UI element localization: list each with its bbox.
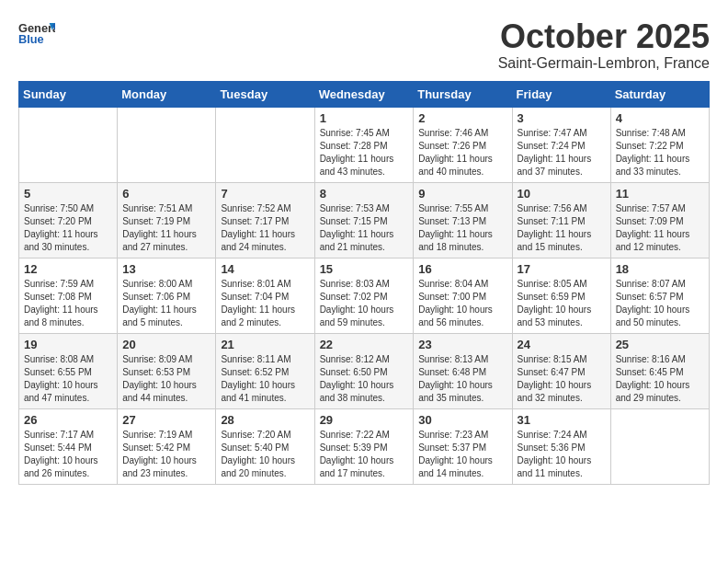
- day-info: Sunrise: 8:04 AM Sunset: 7:00 PM Dayligh…: [418, 278, 506, 329]
- day-number: 1: [320, 111, 409, 125]
- calendar-cell: 5Sunrise: 7:50 AM Sunset: 7:20 PM Daylig…: [19, 182, 118, 258]
- day-info: Sunrise: 8:05 AM Sunset: 6:59 PM Dayligh…: [518, 278, 606, 329]
- day-info: Sunrise: 7:23 AM Sunset: 5:37 PM Dayligh…: [418, 429, 506, 480]
- calendar-cell: 22Sunrise: 8:12 AM Sunset: 6:50 PM Dayli…: [314, 333, 414, 408]
- calendar-cell: 15Sunrise: 8:03 AM Sunset: 7:02 PM Dayli…: [314, 258, 414, 333]
- day-number: 21: [221, 338, 309, 351]
- day-info: Sunrise: 7:22 AM Sunset: 5:39 PM Dayligh…: [320, 429, 409, 480]
- svg-text:Blue: Blue: [18, 32, 44, 46]
- day-number: 2: [418, 111, 506, 125]
- day-info: Sunrise: 7:45 AM Sunset: 7:28 PM Dayligh…: [320, 127, 409, 178]
- calendar-cell: 7Sunrise: 7:52 AM Sunset: 7:17 PM Daylig…: [216, 182, 314, 258]
- day-number: 31: [518, 413, 606, 427]
- day-number: 6: [122, 187, 210, 201]
- calendar-cell: 30Sunrise: 7:23 AM Sunset: 5:37 PM Dayli…: [414, 408, 512, 484]
- day-number: 24: [518, 338, 606, 351]
- calendar-week-row: 26Sunrise: 7:17 AM Sunset: 5:44 PM Dayli…: [19, 408, 710, 484]
- calendar-cell: 27Sunrise: 7:19 AM Sunset: 5:42 PM Dayli…: [118, 408, 216, 484]
- day-info: Sunrise: 7:48 AM Sunset: 7:22 PM Dayligh…: [616, 127, 704, 178]
- calendar-cell: 23Sunrise: 8:13 AM Sunset: 6:48 PM Dayli…: [414, 333, 512, 408]
- calendar-cell: 3Sunrise: 7:47 AM Sunset: 7:24 PM Daylig…: [512, 107, 610, 182]
- day-info: Sunrise: 8:07 AM Sunset: 6:57 PM Dayligh…: [616, 278, 704, 329]
- day-number: 19: [24, 338, 112, 351]
- day-info: Sunrise: 7:19 AM Sunset: 5:42 PM Dayligh…: [122, 429, 210, 480]
- calendar-cell: 20Sunrise: 8:09 AM Sunset: 6:53 PM Dayli…: [118, 333, 216, 408]
- weekday-header-row: SundayMondayTuesdayWednesdayThursdayFrid…: [19, 81, 710, 107]
- day-info: Sunrise: 7:20 AM Sunset: 5:40 PM Dayligh…: [221, 429, 309, 480]
- day-info: Sunrise: 8:09 AM Sunset: 6:53 PM Dayligh…: [122, 353, 210, 405]
- day-info: Sunrise: 7:59 AM Sunset: 7:08 PM Dayligh…: [24, 278, 112, 329]
- day-number: 10: [518, 187, 606, 201]
- calendar-cell: 6Sunrise: 7:51 AM Sunset: 7:19 PM Daylig…: [118, 182, 216, 258]
- day-info: Sunrise: 8:16 AM Sunset: 6:45 PM Dayligh…: [616, 353, 704, 405]
- calendar-cell: 4Sunrise: 7:48 AM Sunset: 7:22 PM Daylig…: [610, 107, 709, 182]
- calendar-week-row: 5Sunrise: 7:50 AM Sunset: 7:20 PM Daylig…: [19, 182, 710, 258]
- day-number: 7: [221, 187, 309, 201]
- calendar-cell: 1Sunrise: 7:45 AM Sunset: 7:28 PM Daylig…: [314, 107, 414, 182]
- calendar-cell: 10Sunrise: 7:56 AM Sunset: 7:11 PM Dayli…: [512, 182, 610, 258]
- day-info: Sunrise: 7:52 AM Sunset: 7:17 PM Dayligh…: [221, 202, 309, 254]
- day-info: Sunrise: 8:15 AM Sunset: 6:47 PM Dayligh…: [518, 353, 606, 405]
- weekday-header-monday: Monday: [118, 81, 216, 107]
- day-number: 4: [616, 111, 704, 125]
- day-info: Sunrise: 7:57 AM Sunset: 7:09 PM Dayligh…: [616, 202, 704, 254]
- weekday-header-thursday: Thursday: [414, 81, 512, 107]
- calendar-cell: 2Sunrise: 7:46 AM Sunset: 7:26 PM Daylig…: [414, 107, 512, 182]
- calendar-cell: [118, 107, 216, 182]
- calendar-cell: 21Sunrise: 8:11 AM Sunset: 6:52 PM Dayli…: [216, 333, 314, 408]
- weekday-header-saturday: Saturday: [610, 81, 709, 107]
- calendar-cell: 9Sunrise: 7:55 AM Sunset: 7:13 PM Daylig…: [414, 182, 512, 258]
- calendar-table: SundayMondayTuesdayWednesdayThursdayFrid…: [18, 81, 710, 485]
- day-number: 20: [122, 338, 210, 351]
- day-number: 26: [24, 413, 112, 427]
- calendar-cell: 18Sunrise: 8:07 AM Sunset: 6:57 PM Dayli…: [610, 258, 709, 333]
- day-number: 29: [320, 413, 409, 427]
- day-number: 22: [320, 338, 409, 351]
- location-title: Saint-Germain-Lembron, France: [498, 55, 710, 72]
- day-info: Sunrise: 7:17 AM Sunset: 5:44 PM Dayligh…: [24, 429, 112, 480]
- calendar-cell: 31Sunrise: 7:24 AM Sunset: 5:36 PM Dayli…: [512, 408, 610, 484]
- calendar-cell: [610, 408, 709, 484]
- day-number: 11: [616, 187, 704, 201]
- calendar-cell: 28Sunrise: 7:20 AM Sunset: 5:40 PM Dayli…: [216, 408, 314, 484]
- day-number: 30: [418, 413, 506, 427]
- day-info: Sunrise: 8:03 AM Sunset: 7:02 PM Dayligh…: [320, 278, 409, 329]
- day-info: Sunrise: 8:08 AM Sunset: 6:55 PM Dayligh…: [24, 353, 112, 405]
- day-number: 25: [616, 338, 704, 351]
- day-number: 12: [24, 262, 112, 276]
- calendar-cell: 24Sunrise: 8:15 AM Sunset: 6:47 PM Dayli…: [512, 333, 610, 408]
- day-number: 27: [122, 413, 210, 427]
- weekday-header-friday: Friday: [512, 81, 610, 107]
- calendar-week-row: 12Sunrise: 7:59 AM Sunset: 7:08 PM Dayli…: [19, 258, 710, 333]
- day-number: 18: [616, 262, 704, 276]
- day-info: Sunrise: 8:01 AM Sunset: 7:04 PM Dayligh…: [221, 278, 309, 329]
- calendar-cell: 13Sunrise: 8:00 AM Sunset: 7:06 PM Dayli…: [118, 258, 216, 333]
- calendar-cell: 26Sunrise: 7:17 AM Sunset: 5:44 PM Dayli…: [19, 408, 118, 484]
- calendar-cell: 14Sunrise: 8:01 AM Sunset: 7:04 PM Dayli…: [216, 258, 314, 333]
- weekday-header-tuesday: Tuesday: [216, 81, 314, 107]
- calendar-week-row: 1Sunrise: 7:45 AM Sunset: 7:28 PM Daylig…: [19, 107, 710, 182]
- calendar-cell: [216, 107, 314, 182]
- day-number: 3: [518, 111, 606, 125]
- logo: General Blue: [18, 18, 55, 46]
- day-number: 5: [24, 187, 112, 201]
- day-number: 9: [418, 187, 506, 201]
- day-info: Sunrise: 7:51 AM Sunset: 7:19 PM Dayligh…: [122, 202, 210, 254]
- calendar-cell: 8Sunrise: 7:53 AM Sunset: 7:15 PM Daylig…: [314, 182, 414, 258]
- day-info: Sunrise: 7:24 AM Sunset: 5:36 PM Dayligh…: [518, 429, 606, 480]
- day-number: 14: [221, 262, 309, 276]
- calendar-cell: [19, 107, 118, 182]
- calendar-cell: 11Sunrise: 7:57 AM Sunset: 7:09 PM Dayli…: [610, 182, 709, 258]
- weekday-header-sunday: Sunday: [19, 81, 118, 107]
- day-info: Sunrise: 8:00 AM Sunset: 7:06 PM Dayligh…: [122, 278, 210, 329]
- weekday-header-wednesday: Wednesday: [314, 81, 414, 107]
- calendar-cell: 16Sunrise: 8:04 AM Sunset: 7:00 PM Dayli…: [414, 258, 512, 333]
- calendar-cell: 17Sunrise: 8:05 AM Sunset: 6:59 PM Dayli…: [512, 258, 610, 333]
- day-number: 16: [418, 262, 506, 276]
- day-number: 28: [221, 413, 309, 427]
- calendar-cell: 19Sunrise: 8:08 AM Sunset: 6:55 PM Dayli…: [19, 333, 118, 408]
- day-info: Sunrise: 8:12 AM Sunset: 6:50 PM Dayligh…: [320, 353, 409, 405]
- day-info: Sunrise: 8:11 AM Sunset: 6:52 PM Dayligh…: [221, 353, 309, 405]
- day-number: 17: [518, 262, 606, 276]
- day-info: Sunrise: 7:46 AM Sunset: 7:26 PM Dayligh…: [418, 127, 506, 178]
